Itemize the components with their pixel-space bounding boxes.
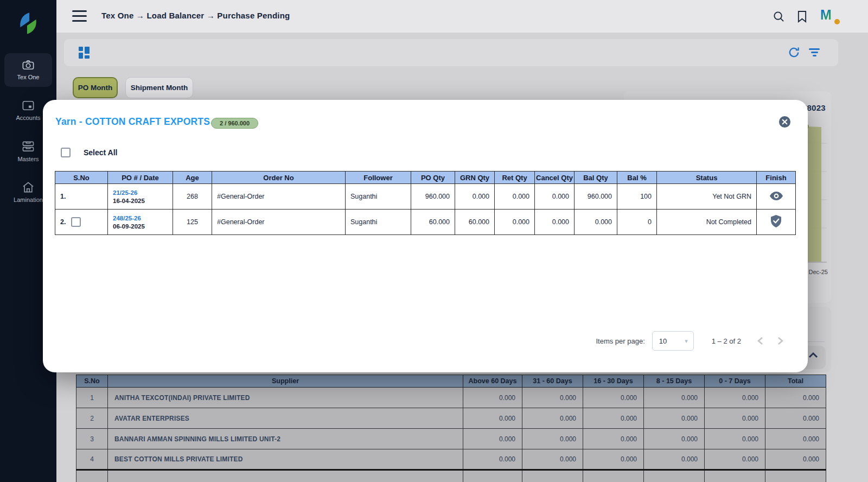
column-header: PO Qty [411, 172, 455, 184]
status-dot [834, 19, 840, 24]
po-number-link[interactable]: 248/25-26 [113, 215, 168, 221]
column-header: Ret Qty [495, 172, 535, 184]
cell-value: 0.000 [463, 429, 522, 449]
po-date: 16-04-2025 [113, 198, 168, 204]
cell-sno: 2. [60, 218, 66, 226]
chevron-down-icon: ▾ [685, 338, 688, 345]
cell-sno: 3 [76, 429, 108, 449]
cell-order-no: #General-Order [212, 184, 346, 210]
cell-value: 0.000 [463, 449, 522, 470]
cell-value: 0.000 [583, 449, 644, 470]
po-row: 1. 21/25-26 16-04-2025 268 #General-Orde… [55, 184, 796, 210]
menu-icon[interactable] [72, 10, 87, 22]
select-all-checkbox[interactable] [61, 148, 71, 157]
po-month-button[interactable]: PO Month [73, 77, 118, 98]
chevron-up-icon[interactable] [808, 352, 818, 358]
cell-ret-qty: 0.000 [495, 210, 535, 235]
paginator: Items per page: 10 ▾ 1 – 2 of 2 [596, 329, 783, 352]
table-row: 3 BANNARI AMMAN SPINNING MILLS LIMITED U… [76, 429, 826, 449]
shipment-month-button[interactable]: Shipment Month [125, 77, 193, 98]
avatar-initial: M [820, 7, 831, 22]
chevron-right-icon[interactable] [777, 337, 783, 345]
supplier-header-row: S.No Supplier Above 60 Days 31 - 60 Days… [76, 375, 826, 388]
stacked-trays-icon [22, 141, 34, 152]
cell-value: 0.000 [644, 388, 705, 408]
dashboard-grid-icon[interactable] [79, 47, 90, 59]
cell-value: 0.000 [705, 429, 765, 449]
cell-value: 0.000 [583, 429, 644, 449]
app-logo[interactable] [0, 0, 56, 37]
column-header: PO # / Date [108, 172, 173, 184]
column-header: 31 - 60 Days [522, 375, 583, 388]
count-badge: 2 / 960.000 [211, 118, 258, 129]
po-header-row: S.No PO # / Date Age Order No Follower P… [55, 172, 796, 184]
table-row: 2 AVATAR ENTERPRISES 0.000 0.000 0.000 0… [76, 408, 826, 429]
dialog-title: Yarn - COTTON CRAFT EXPORTS [55, 116, 210, 128]
cell-ret-qty: 0.000 [495, 184, 535, 210]
sidebar-item-label: Lamination [14, 196, 43, 203]
cell-value: 0.000 [522, 429, 583, 449]
wallet-icon [22, 100, 34, 111]
supplier-aging-table: S.No Supplier Above 60 Days 31 - 60 Days… [76, 375, 826, 482]
filter-icon[interactable] [809, 48, 820, 57]
cell-value: 0.000 [463, 408, 522, 429]
cell-value: 0.000 [765, 388, 826, 408]
cell-value: 0.000 [765, 449, 826, 470]
chevron-left-icon[interactable] [757, 337, 763, 345]
column-header: S.No [76, 375, 108, 388]
po-row: 2. 248/25-26 06-09-2025 125 #General-Ord… [55, 210, 796, 235]
items-per-page-label: Items per page: [596, 337, 644, 345]
cell-value: 0.000 [644, 449, 705, 470]
cell-status: Yet Not GRN [657, 184, 757, 210]
select-all-label: Select All [84, 148, 118, 157]
cell-supplier: BANNARI AMMAN SPINNING MILLS LIMITED UNI… [108, 429, 463, 449]
sidebar-item-label: Accounts [16, 115, 40, 121]
cell-grn-qty: 60.000 [455, 210, 495, 235]
column-header: GRN Qty [455, 172, 495, 184]
po-details-dialog: Yarn - COTTON CRAFT EXPORTS 2 / 960.000 … [43, 100, 808, 372]
top-bar: Tex One → Load Balancer → Purchase Pendi… [56, 0, 868, 33]
eye-icon[interactable] [770, 192, 783, 200]
po-number-link[interactable]: 21/25-26 [113, 189, 168, 196]
cell-supplier: ANITHA TEXCOT(INDAI) PRIVATE LIMITED [108, 388, 463, 408]
po-table: S.No PO # / Date Age Order No Follower P… [55, 171, 796, 235]
cell-cancel-qty: 0.000 [535, 184, 575, 210]
cell-value: 0.000 [765, 408, 826, 429]
cell-value: 0.000 [644, 408, 705, 429]
page-size-value: 10 [659, 337, 667, 345]
close-icon[interactable] [778, 116, 791, 128]
user-avatar[interactable]: M [820, 7, 839, 26]
cell-value: 0.000 [705, 408, 765, 429]
cell-value: 0.000 [765, 429, 826, 449]
search-icon[interactable] [773, 10, 785, 23]
refresh-icon[interactable] [788, 46, 800, 59]
column-header: Bal % [617, 172, 657, 184]
cell-bal-pct: 100 [617, 184, 657, 210]
camera-icon [22, 60, 34, 70]
cell-value: 0.000 [583, 388, 644, 408]
column-header: Cancel Qty [535, 172, 575, 184]
column-header: Order No [212, 172, 346, 184]
bookmark-icon[interactable] [797, 10, 807, 23]
chart-axis-label: Dec-25 [809, 269, 828, 275]
page-size-select[interactable]: 10 ▾ [652, 331, 694, 351]
cell-value: 0.000 [522, 388, 583, 408]
column-header: Bal Qty [575, 172, 617, 184]
cell-status: Not Completed [657, 210, 757, 235]
cell-value: 0.000 [522, 408, 583, 429]
shield-check-icon[interactable] [771, 215, 781, 227]
column-header: 0 - 7 Days [705, 375, 765, 388]
cell-sno: 2 [76, 408, 108, 429]
column-header: Follower [346, 172, 411, 184]
cell-age: 125 [173, 210, 212, 235]
sidebar-item-tex-one[interactable]: Tex One [4, 53, 52, 87]
column-header: Above 60 Days [463, 375, 522, 388]
select-all-control[interactable]: Select All [61, 148, 118, 157]
cell-bal-qty: 960.000 [575, 184, 617, 210]
cell-sno: 1. [60, 193, 66, 200]
column-header: 8 - 15 Days [644, 375, 705, 388]
cell-sno: 4 [76, 449, 108, 470]
cell-value: 0.000 [644, 429, 705, 449]
toolbar-card [64, 39, 838, 66]
row-checkbox[interactable] [71, 217, 81, 227]
